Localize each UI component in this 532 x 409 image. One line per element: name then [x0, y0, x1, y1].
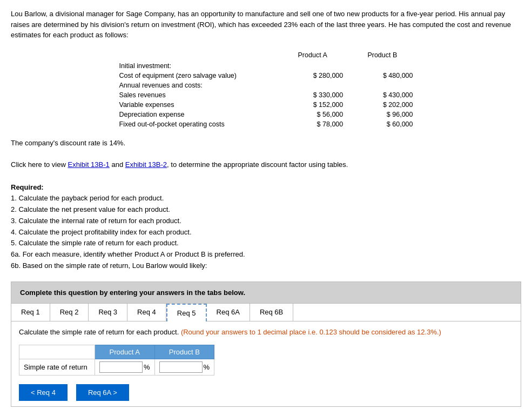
- tab-content-req5: Calculate the simple rate of return for …: [11, 321, 521, 407]
- col-header-product-a: Product A: [278, 50, 347, 61]
- answer-table-container: Product A Product B Simple rate of retur…: [19, 345, 513, 376]
- answer-table: Product A Product B Simple rate of retur…: [19, 345, 214, 376]
- instruction-main: Calculate the simple rate of return for …: [19, 328, 179, 336]
- exhibit-and-text: and: [110, 160, 125, 169]
- req-item-2: 2. Calculate the net present value for e…: [11, 204, 521, 216]
- table-row-sales-b: $ 430,000: [347, 90, 417, 100]
- required-section: Required: 1. Calculate the payback perio…: [11, 182, 521, 272]
- req-item-1: 1. Calculate the payback period for each…: [11, 193, 521, 204]
- tab-req2[interactable]: Req 2: [50, 304, 89, 321]
- tab-req4[interactable]: Req 4: [127, 304, 166, 321]
- intro-paragraph: Lou Barlow, a divisional manager for Sag…: [11, 9, 521, 41]
- req-item-6b: 6b. Based on the simple rate of return, …: [11, 260, 521, 272]
- empty-header: [19, 345, 95, 359]
- tabs-row: Req 1 Req 2 Req 3 Req 4 Req 5 Req 6A Req…: [11, 304, 521, 321]
- req-item-3: 3. Calculate the internal rate of return…: [11, 216, 521, 227]
- next-button[interactable]: Req 6A >: [76, 384, 129, 401]
- table-row-variable-a: $ 152,000: [278, 100, 347, 110]
- percent-symbol-a: %: [144, 363, 150, 371]
- exhibit-13b2-link[interactable]: Exhibit 13B-2: [125, 160, 167, 169]
- table-row-equipment-b: $ 480,000: [347, 71, 417, 81]
- complete-box-text: Complete this question by entering your …: [20, 289, 512, 297]
- instruction-text: Calculate the simple rate of return for …: [19, 327, 513, 338]
- table-row-fixed-a: $ 78,000: [278, 119, 347, 129]
- exhibit-text: Click here to view Exhibit 13B-1 and Exh…: [11, 160, 521, 169]
- exhibit-13b1-link[interactable]: Exhibit 13B-1: [68, 160, 109, 169]
- answer-cell-product-b[interactable]: %: [154, 359, 214, 376]
- tabs-container: Req 1 Req 2 Req 3 Req 4 Req 5 Req 6A Req…: [11, 304, 521, 407]
- table-row-fixed-label: Fixed out-of-pocket operating costs: [115, 119, 278, 129]
- req-item-5: 5. Calculate the simple rate of return f…: [11, 238, 521, 249]
- table-row-depreciation-a: $ 56,000: [278, 110, 347, 119]
- simple-rate-input-a[interactable]: [99, 361, 143, 373]
- table-row-depreciation-b: $ 96,000: [347, 110, 417, 119]
- table-section-initial: Initial investment:: [115, 61, 278, 71]
- required-title: Required:: [11, 183, 44, 191]
- answer-row-label: Simple rate of return: [19, 359, 95, 376]
- tab-req6a[interactable]: Req 6A: [207, 304, 250, 321]
- table-row-sales-label: Sales revenues: [115, 90, 278, 100]
- req-item-4: 4. Calculate the project profitability i…: [11, 227, 521, 238]
- discount-rate-text: The company's discount rate is 14%.: [11, 139, 521, 147]
- answer-cell-product-a[interactable]: %: [95, 359, 155, 376]
- exhibit-suffix-text: , to determine the appropriate discount …: [167, 160, 348, 169]
- table-row-equipment-label: Cost of equipment (zero salvage value): [115, 71, 278, 81]
- table-row-variable-b: $ 202,000: [347, 100, 417, 110]
- instruction-note: (Round your answers to 1 decimal place i…: [179, 328, 441, 336]
- complete-box: Complete this question by entering your …: [11, 281, 521, 304]
- table-row-sales-a: $ 330,000: [278, 90, 347, 100]
- exhibit-intro-text: Click here to view: [11, 160, 68, 169]
- table-row-equipment-a: $ 280,000: [278, 71, 347, 81]
- table-row-variable-label: Variable expenses: [115, 100, 278, 110]
- tab-req3[interactable]: Req 3: [89, 304, 127, 321]
- req-item-6a: 6a. For each measure, identify whether P…: [11, 249, 521, 260]
- col-header-product-b: Product B: [347, 50, 417, 61]
- prev-button[interactable]: < Req 4: [19, 384, 68, 401]
- tab-req1[interactable]: Req 1: [11, 304, 50, 321]
- tab-req6b[interactable]: Req 6B: [250, 304, 293, 321]
- bottom-nav: < Req 4 Req 6A >: [19, 384, 513, 401]
- table-section-annual: Annual revenues and costs:: [115, 81, 278, 90]
- table-row-fixed-b: $ 60,000: [347, 119, 417, 129]
- table-row-depreciation-label: Depreciation expense: [115, 110, 278, 119]
- simple-rate-input-b[interactable]: [159, 361, 203, 373]
- product-data-table: Product A Product B Initial investment: …: [115, 50, 417, 129]
- answer-col-header-b: Product B: [154, 345, 214, 359]
- tab-req5[interactable]: Req 5: [166, 304, 207, 321]
- percent-symbol-b: %: [204, 363, 210, 371]
- answer-col-header-a: Product A: [95, 345, 155, 359]
